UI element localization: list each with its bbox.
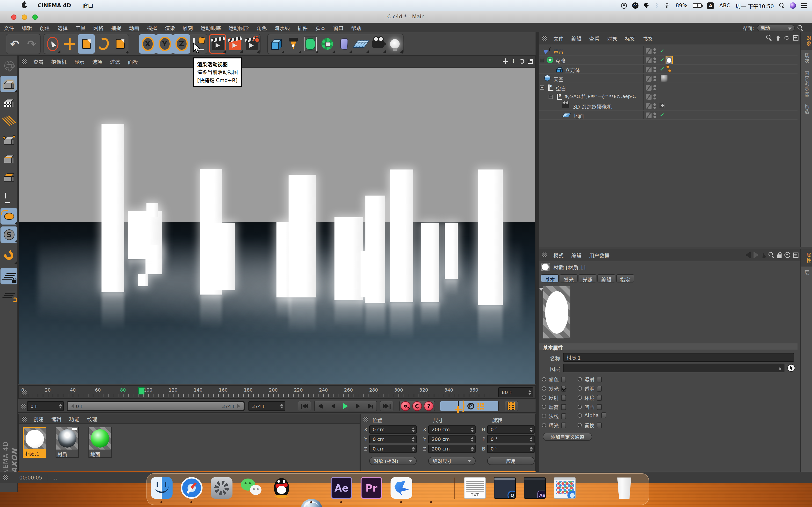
channel-fog[interactable]: 烟雾 — [542, 403, 566, 410]
tracker-tag-icon[interactable] — [660, 103, 665, 108]
channel-bump[interactable]: 凹凸 — [577, 403, 602, 410]
viewport-menu-options[interactable]: 选项 — [88, 58, 106, 65]
workplane-mode-button[interactable] — [0, 113, 17, 129]
render-view-button[interactable] — [209, 34, 226, 54]
viewport-menu-view[interactable]: 查看 — [30, 58, 47, 65]
om-menu-objects[interactable]: 对象 — [603, 35, 621, 42]
tab-illumination[interactable]: 光照 — [578, 274, 597, 282]
menu-animate[interactable]: 动画 — [125, 24, 143, 31]
panel-handle-icon[interactable] — [3, 475, 8, 480]
previous-key-button[interactable] — [315, 404, 327, 408]
size-x-field[interactable]: 200 cm — [428, 426, 475, 434]
channel-color[interactable]: 颜色 — [542, 376, 566, 383]
panel-handle-icon[interactable] — [542, 252, 547, 258]
model-mode-button[interactable] — [0, 76, 17, 92]
menu-create[interactable]: 创建 — [36, 24, 54, 31]
channel-normal[interactable]: 法线 — [542, 412, 566, 419]
history-back-icon[interactable] — [745, 251, 751, 258]
collapse-expander[interactable]: − — [549, 95, 553, 99]
current-frame-field[interactable]: 80 F — [498, 387, 533, 397]
visibility-dots-icon[interactable] — [654, 67, 656, 73]
dock-minimized-ae-window[interactable]: Ae — [524, 477, 546, 499]
z-axis-lock-button[interactable]: Z — [173, 34, 190, 54]
viewport-menu-panel[interactable]: 面板 — [124, 58, 142, 65]
last-tool-used[interactable] — [112, 34, 129, 54]
menu-snap[interactable]: 捕捉 — [107, 24, 125, 31]
material-item[interactable]: 材质 — [56, 427, 79, 458]
snap-toggle-button[interactable]: S — [0, 226, 17, 243]
edges-mode-button[interactable] — [0, 150, 17, 167]
dock-minimized-quicktime-window[interactable]: Q — [494, 477, 516, 499]
rotation-p-field[interactable]: 0 ° — [487, 435, 535, 443]
am-menu-userdata[interactable]: 用户数据 — [585, 251, 613, 259]
visibility-dots-icon[interactable] — [654, 48, 656, 55]
channel-glow[interactable]: 辉光 — [542, 421, 566, 429]
om-search-icon[interactable] — [766, 35, 772, 41]
goto-end-button[interactable] — [380, 401, 394, 411]
key-rotation-toggle[interactable] — [461, 401, 464, 411]
om-menu-view[interactable]: 查看 — [585, 35, 603, 42]
layer-toggle-icon[interactable] — [646, 75, 652, 81]
collapse-expander[interactable]: − — [540, 58, 544, 62]
spotlight-icon[interactable] — [779, 3, 784, 8]
tab-basic[interactable]: 基本 — [541, 274, 559, 282]
viewport-pan-icon[interactable] — [502, 58, 508, 64]
tab-structure[interactable]: 构造 — [803, 101, 810, 118]
position-z-field[interactable]: 0 cm — [369, 445, 417, 453]
visibility-dots-icon[interactable] — [654, 113, 656, 119]
command-search-icon[interactable] — [798, 25, 803, 31]
om-menu-file[interactable]: 文件 — [550, 35, 567, 42]
tab-content-browser[interactable]: 内容浏览器 — [803, 67, 810, 101]
channel-transparency-checkbox[interactable] — [597, 386, 602, 391]
dock-thunder-icon[interactable] — [391, 477, 412, 499]
channel-normal-checkbox[interactable] — [561, 413, 566, 419]
menu-mesh[interactable]: 网格 — [89, 24, 107, 31]
object-row-sky[interactable]: 天空 — [539, 74, 798, 83]
end-frame-field[interactable]: 374 F — [248, 401, 285, 411]
align-workplane-button[interactable] — [0, 286, 17, 303]
dock-finder-icon[interactable] — [151, 477, 172, 499]
enabled-check-icon[interactable]: ✓ — [660, 66, 665, 72]
dock-wechat-icon[interactable] — [241, 477, 262, 499]
spline-pen-button[interactable] — [285, 34, 302, 54]
rotate-tool[interactable] — [95, 34, 112, 54]
viewport-scene[interactable] — [19, 68, 535, 384]
object-row-cloner[interactable]: − 克隆 ✓ — [539, 56, 798, 65]
channel-reflectance-checkbox[interactable] — [561, 395, 566, 400]
channel-reflectance[interactable]: 反射 — [542, 394, 566, 401]
size-z-field[interactable]: 200 cm — [428, 445, 475, 453]
menu-motion-tracker[interactable]: 运动跟踪 — [197, 24, 225, 31]
y-axis-lock-button[interactable]: Y — [156, 34, 173, 54]
goto-start-button[interactable] — [298, 401, 311, 411]
object-row-sound[interactable]: 声音 ✓ — [539, 46, 798, 56]
light-button[interactable] — [386, 34, 403, 54]
size-mode-dropdown[interactable]: 绝对尺寸 — [428, 457, 475, 465]
input-source-badge[interactable]: A — [707, 2, 714, 9]
dock-minimized-finder-window[interactable] — [554, 477, 576, 499]
interface-dropdown[interactable]: 启动 — [757, 24, 795, 31]
tab-editor[interactable]: 编辑 — [597, 274, 615, 282]
phong-tag-icon[interactable] — [666, 65, 672, 73]
pick-mode-icon[interactable] — [761, 252, 766, 258]
record-keyframe-button[interactable] — [401, 401, 410, 411]
object-row-floor[interactable]: 地面 ✓ — [539, 111, 798, 120]
add-custom-channel-button[interactable]: 添加自定义通道 — [543, 433, 592, 441]
tab-layers[interactable]: 层 — [803, 267, 810, 279]
subdivision-surface-button[interactable] — [302, 34, 318, 54]
next-frame-button[interactable] — [352, 404, 364, 408]
mm-menu-edit[interactable]: 编辑 — [47, 415, 65, 422]
visibility-dots-icon[interactable] — [654, 103, 656, 110]
am-add-icon[interactable] — [793, 252, 799, 258]
lock-workplane-button[interactable] — [0, 268, 17, 284]
play-button[interactable] — [340, 403, 352, 409]
menu-select[interactable]: 选择 — [54, 24, 71, 31]
dock-qq-icon[interactable] — [271, 477, 292, 499]
position-mode-dropdown[interactable]: 对象 (相对) — [369, 457, 417, 465]
render-settings-button[interactable] — [243, 34, 260, 54]
viewport-menu-cameras[interactable]: 摄像机 — [47, 58, 70, 65]
layer-toggle-icon[interactable] — [646, 94, 652, 100]
make-editable-button[interactable] — [0, 57, 17, 74]
object-row-cube[interactable]: 立方体 ✓ — [539, 65, 798, 74]
panel-handle-icon[interactable] — [542, 36, 547, 41]
menu-window[interactable]: 窗口 — [329, 24, 347, 31]
